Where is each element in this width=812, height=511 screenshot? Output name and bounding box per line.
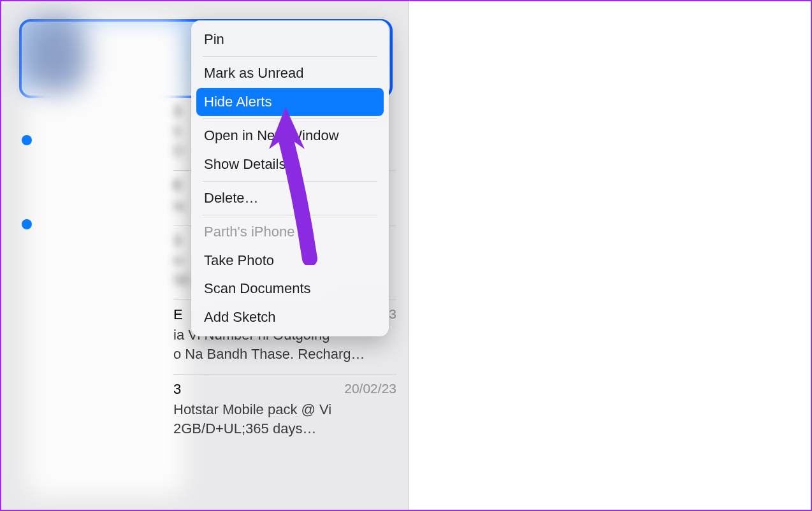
menu-item-scan-documents[interactable]: Scan Documents bbox=[196, 275, 384, 303]
menu-separator bbox=[203, 56, 377, 57]
sender-name: 3 bbox=[173, 233, 181, 249]
menu-item-mark-unread[interactable]: Mark as Unread bbox=[196, 59, 384, 87]
menu-item-take-photo[interactable]: Take Photo bbox=[196, 247, 384, 275]
menu-separator bbox=[203, 215, 377, 215]
unread-dot bbox=[22, 135, 32, 145]
sender-name: 3 bbox=[173, 103, 181, 120]
sender-name: 3 bbox=[173, 381, 181, 398]
unread-dot bbox=[22, 219, 32, 229]
menu-item-add-sketch[interactable]: Add Sketch bbox=[196, 303, 384, 331]
conversation-row[interactable]: 3 20/02/23 Hotstar Mobile pack @ Vi 2GB/… bbox=[173, 375, 396, 448]
menu-item-hide-alerts[interactable]: Hide Alerts bbox=[196, 88, 384, 116]
message-preview: Hotstar Mobile pack @ Vi 2GB/D+UL;365 da… bbox=[173, 400, 396, 438]
menu-item-open-new-window[interactable]: Open in New Window bbox=[196, 122, 384, 150]
context-menu: Pin Mark as Unread Hide Alerts Open in N… bbox=[191, 20, 389, 336]
message-date: 20/02/23 bbox=[344, 381, 396, 398]
menu-item-delete[interactable]: Delete… bbox=[196, 184, 384, 212]
sender-name: E bbox=[173, 177, 183, 194]
menu-item-show-details[interactable]: Show Details bbox=[196, 150, 384, 178]
sender-name: E bbox=[173, 306, 183, 323]
messages-app-frame: 3 5 D E ia 3 bbox=[1, 1, 409, 510]
blurred-redaction bbox=[27, 20, 185, 496]
menu-section-header: Parth's iPhone bbox=[196, 218, 384, 246]
menu-separator bbox=[203, 119, 377, 119]
menu-item-pin[interactable]: Pin bbox=[196, 25, 384, 54]
menu-separator bbox=[203, 181, 377, 182]
